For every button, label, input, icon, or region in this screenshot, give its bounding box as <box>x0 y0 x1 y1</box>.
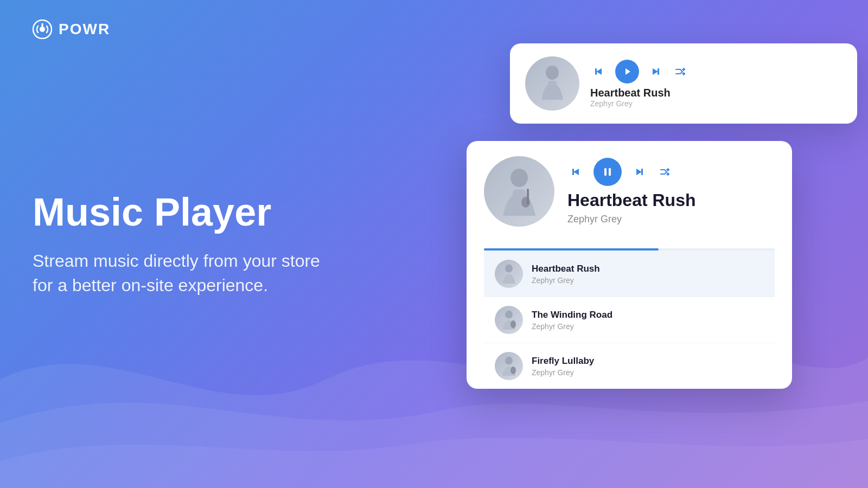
back-play-button[interactable] <box>615 60 639 84</box>
svg-marker-4 <box>596 68 602 75</box>
back-card-controls <box>590 60 842 84</box>
main-pause-button[interactable] <box>593 158 622 186</box>
svg-marker-17 <box>636 169 642 175</box>
main-prev-button[interactable] <box>567 163 585 181</box>
progress-bar[interactable] <box>484 248 775 251</box>
playlist-item-artwork-2 <box>495 352 523 380</box>
back-prev-button[interactable] <box>590 63 608 80</box>
playlist-item-info-2: Firefly Lullaby Zephyr Grey <box>532 356 594 377</box>
main-controls <box>567 158 775 186</box>
svg-point-19 <box>505 265 513 273</box>
svg-point-1 <box>40 27 45 32</box>
svg-point-21 <box>510 320 516 328</box>
playlist-item-title-1: The Winding Road <box>532 310 612 320</box>
logo-text: POWR <box>59 21 110 38</box>
playlist: Heartbeat Rush Zephyr Grey The Winding R… <box>484 251 775 389</box>
playlist-item-artwork-0 <box>495 260 523 288</box>
playlist-item-artist-1: Zephyr Grey <box>532 322 612 331</box>
player-card-back: Heartbeat Rush Zephyr Grey <box>510 43 857 124</box>
main-player-info: Heartbeat Rush Zephyr Grey <box>567 158 775 225</box>
hero-subtitle: Stream music directly from your store fo… <box>33 249 336 298</box>
svg-rect-16 <box>609 168 611 176</box>
svg-rect-5 <box>595 68 597 75</box>
svg-rect-14 <box>572 169 574 175</box>
playlist-item-title-2: Firefly Lullaby <box>532 356 594 367</box>
playlist-item-artwork-1 <box>495 306 523 334</box>
player-card-main: Heartbeat Rush Zephyr Grey Heartbeat Rus… <box>467 141 792 389</box>
svg-rect-3 <box>548 81 557 92</box>
svg-point-23 <box>510 367 516 374</box>
playlist-item[interactable]: The Winding Road Zephyr Grey <box>484 297 775 343</box>
powr-logo-icon <box>33 20 52 39</box>
playlist-item-title-0: Heartbeat Rush <box>532 264 600 274</box>
svg-marker-6 <box>626 68 630 75</box>
svg-marker-7 <box>653 68 658 75</box>
progress-bar-fill <box>484 248 659 251</box>
playlist-item-artist-0: Zephyr Grey <box>532 276 600 285</box>
back-next-button[interactable] <box>647 63 664 80</box>
main-player-artwork <box>484 156 554 227</box>
svg-rect-8 <box>658 68 659 75</box>
svg-point-9 <box>510 169 528 187</box>
playlist-item-info-0: Heartbeat Rush Zephyr Grey <box>532 264 600 285</box>
svg-rect-12 <box>527 189 529 205</box>
header: POWR <box>33 20 110 39</box>
svg-rect-15 <box>604 168 607 176</box>
main-shuffle-button[interactable] <box>656 163 674 181</box>
back-player-artwork <box>525 56 579 111</box>
svg-point-2 <box>546 66 559 80</box>
playlist-item[interactable]: Firefly Lullaby Zephyr Grey <box>484 343 775 389</box>
back-shuffle-button[interactable] <box>672 63 689 80</box>
main-player-top: Heartbeat Rush Zephyr Grey <box>484 156 775 237</box>
page-title: Music Player <box>33 191 336 234</box>
playlist-item-info-1: The Winding Road Zephyr Grey <box>532 310 612 331</box>
main-next-button[interactable] <box>630 163 648 181</box>
playlist-item-artist-2: Zephyr Grey <box>532 368 594 377</box>
back-card-info: Heartbeat Rush Zephyr Grey <box>590 60 842 108</box>
svg-point-22 <box>505 357 513 365</box>
back-player-title: Heartbeat Rush <box>590 87 842 99</box>
svg-marker-13 <box>573 169 579 175</box>
back-player-artist: Zephyr Grey <box>590 99 842 108</box>
svg-rect-18 <box>641 169 643 175</box>
hero-content: Music Player Stream music directly from … <box>33 191 336 298</box>
main-player-artist: Zephyr Grey <box>567 214 775 225</box>
svg-point-20 <box>505 311 513 319</box>
ui-mockups: Heartbeat Rush Zephyr Grey <box>445 0 868 488</box>
main-player-title: Heartbeat Rush <box>567 190 775 210</box>
playlist-item[interactable]: Heartbeat Rush Zephyr Grey <box>484 251 775 297</box>
